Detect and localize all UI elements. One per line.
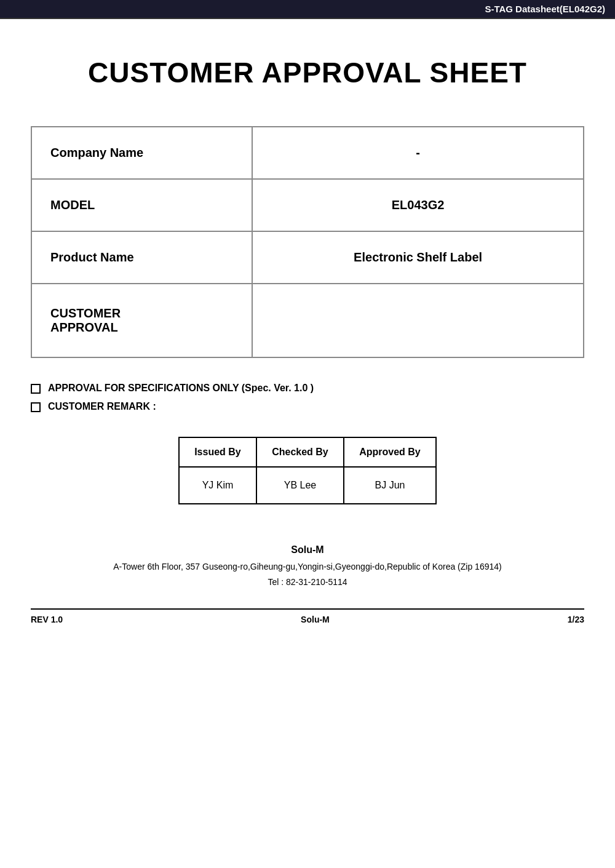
- signatories-table: Issued ByChecked ByApproved By YJ KimYB …: [178, 437, 437, 504]
- info-label-cell: Company Name: [31, 127, 252, 179]
- approval-note-1: APPROVAL FOR SPECIFICATIONS ONLY (Spec. …: [31, 383, 584, 394]
- signatory-header: Approved By: [344, 437, 436, 467]
- page-footer-rev: REV 1.0: [31, 615, 63, 624]
- signatory-header: Checked By: [256, 437, 344, 467]
- signatories-section: Issued ByChecked ByApproved By YJ KimYB …: [31, 437, 584, 504]
- footer-company: Solu-M: [31, 541, 584, 559]
- info-table-row: CUSTOMER APPROVAL: [31, 284, 584, 357]
- signatory-header: Issued By: [179, 437, 256, 467]
- info-value-cell: Electronic Shelf Label: [252, 231, 584, 284]
- header-title: S-TAG Datasheet(EL042G2): [485, 4, 605, 14]
- info-table-row: Product NameElectronic Shelf Label: [31, 231, 584, 284]
- info-value-cell: -: [252, 127, 584, 179]
- checkbox-icon-1: [31, 384, 41, 394]
- approval-note-2: CUSTOMER REMARK :: [31, 401, 584, 412]
- info-label-cell: Product Name: [31, 231, 252, 284]
- footer-address: A-Tower 6th Floor, 357 Guseong-ro,Giheun…: [31, 559, 584, 575]
- info-value-cell: [252, 284, 584, 357]
- info-table-row: MODELEL043G2: [31, 179, 584, 231]
- signatory-value: BJ Jun: [344, 467, 436, 504]
- page-title: CUSTOMER APPROVAL SHEET: [31, 56, 584, 89]
- page-footer-page: 1/23: [568, 615, 584, 624]
- page-content: CUSTOMER APPROVAL SHEET Company Name-MOD…: [0, 19, 615, 642]
- footer-tel: Tel : 82-31-210-5114: [31, 575, 584, 590]
- header-bar: S-TAG Datasheet(EL042G2): [0, 0, 615, 19]
- page-footer-center: Solu-M: [301, 615, 330, 624]
- signatory-value: YB Lee: [256, 467, 344, 504]
- info-label-cell: CUSTOMER APPROVAL: [31, 284, 252, 357]
- approval-note-2-text: CUSTOMER REMARK :: [48, 401, 156, 412]
- info-value-cell: EL043G2: [252, 179, 584, 231]
- page-footer: REV 1.0 Solu-M 1/23: [31, 608, 584, 629]
- signatory-value: YJ Kim: [179, 467, 256, 504]
- footer-section: Solu-M A-Tower 6th Floor, 357 Guseong-ro…: [31, 541, 584, 590]
- approval-notes: APPROVAL FOR SPECIFICATIONS ONLY (Spec. …: [31, 383, 584, 412]
- info-table-row: Company Name-: [31, 127, 584, 179]
- info-table: Company Name-MODELEL043G2Product NameEle…: [31, 126, 584, 358]
- approval-note-1-text: APPROVAL FOR SPECIFICATIONS ONLY (Spec. …: [48, 383, 314, 394]
- info-label-cell: MODEL: [31, 179, 252, 231]
- checkbox-icon-2: [31, 402, 41, 412]
